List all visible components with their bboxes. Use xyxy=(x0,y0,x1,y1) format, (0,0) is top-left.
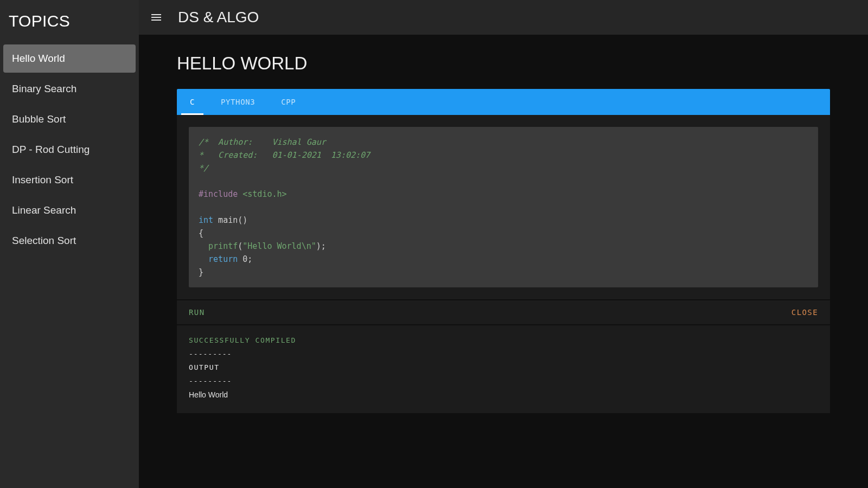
app-title: DS & ALGO xyxy=(178,9,259,26)
topic-item[interactable]: Selection Sort xyxy=(3,227,136,255)
code-token: return xyxy=(208,254,238,264)
code-token: int xyxy=(199,215,213,225)
separator: --------- xyxy=(189,377,818,385)
language-tab[interactable]: C xyxy=(177,89,208,115)
compile-status: SUCCESSFULLY COMPILED xyxy=(189,336,818,344)
output-label: OUTPUT xyxy=(189,363,818,371)
topic-item[interactable]: DP - Rod Cutting xyxy=(3,136,136,164)
page-title: HELLO WORLD xyxy=(177,53,830,74)
sidebar-title: TOPICS xyxy=(0,4,139,42)
code-comment: */ xyxy=(199,163,208,173)
hamburger-icon[interactable] xyxy=(150,11,163,24)
code-token: { xyxy=(199,228,203,238)
action-bar: RUN CLOSE xyxy=(177,300,830,324)
topic-item[interactable]: Linear Search xyxy=(3,196,136,224)
code-token: ( xyxy=(238,241,242,251)
main-column: DS & ALGO HELLO WORLD CPYTHON3CPP /* Aut… xyxy=(139,0,868,488)
top-toolbar: DS & ALGO xyxy=(139,0,868,35)
topic-list: Hello WorldBinary SearchBubble SortDP - … xyxy=(0,42,139,257)
close-button[interactable]: CLOSE xyxy=(792,308,818,317)
output-text: Hello World xyxy=(189,390,818,399)
code-token: printf xyxy=(208,241,238,251)
topic-item[interactable]: Hello World xyxy=(3,44,136,73)
topic-item[interactable]: Bubble Sort xyxy=(3,105,136,133)
topic-item[interactable]: Insertion Sort xyxy=(3,166,136,194)
run-button[interactable]: RUN xyxy=(189,308,205,317)
code-token: ); xyxy=(316,241,326,251)
sidebar: TOPICS Hello WorldBinary SearchBubble So… xyxy=(0,0,139,488)
code-token: <stdio.h> xyxy=(242,189,286,199)
language-tabs: CPYTHON3CPP xyxy=(177,89,830,115)
code-token: } xyxy=(199,267,203,277)
language-tab[interactable]: PYTHON3 xyxy=(208,89,268,115)
code-comment: * Created: 01-01-2021 13:02:07 xyxy=(199,150,370,160)
content-area: HELLO WORLD CPYTHON3CPP /* Author: Visha… xyxy=(139,35,868,435)
topic-item[interactable]: Binary Search xyxy=(3,75,136,103)
code-block[interactable]: /* Author: Vishal Gaur * Created: 01-01-… xyxy=(189,127,818,287)
code-comment: /* Author: Vishal Gaur xyxy=(199,137,326,147)
code-token: 0; xyxy=(238,254,252,264)
code-token: #include xyxy=(199,189,238,199)
code-token: main() xyxy=(213,215,247,225)
app-root: TOPICS Hello WorldBinary SearchBubble So… xyxy=(0,0,868,488)
output-card: SUCCESSFULLY COMPILED --------- OUTPUT -… xyxy=(177,325,830,413)
separator: --------- xyxy=(189,350,818,358)
code-token: "Hello World\n" xyxy=(242,241,316,251)
language-tab[interactable]: CPP xyxy=(268,89,309,115)
code-card: /* Author: Vishal Gaur * Created: 01-01-… xyxy=(177,115,830,299)
